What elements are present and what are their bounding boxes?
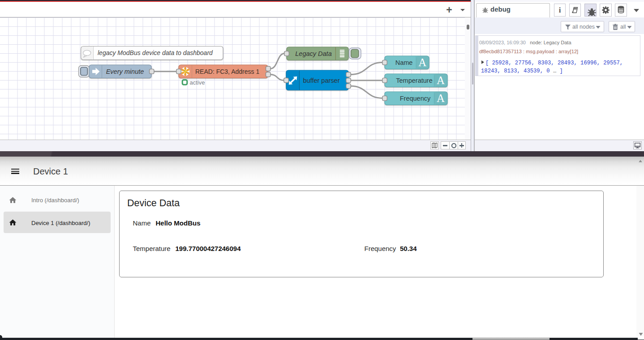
svg-text:legacy ModBus device data to d: legacy ModBus device data to dashboard	[98, 49, 213, 56]
svg-text:active: active	[190, 79, 205, 86]
svg-text:A: A	[418, 56, 426, 68]
svg-text:Legacy Data: Legacy Data	[295, 50, 331, 57]
svg-text:A: A	[437, 74, 445, 86]
svg-text:Frequency: Frequency	[400, 95, 431, 102]
svg-text:buffer parser: buffer parser	[303, 77, 340, 84]
svg-text:Every minute: Every minute	[106, 68, 144, 75]
svg-text:Temperature: Temperature	[396, 77, 432, 84]
svg-text:Name: Name	[395, 59, 413, 66]
svg-text:READ: FC3, Address 1: READ: FC3, Address 1	[195, 68, 259, 75]
svg-text:A: A	[437, 92, 445, 104]
